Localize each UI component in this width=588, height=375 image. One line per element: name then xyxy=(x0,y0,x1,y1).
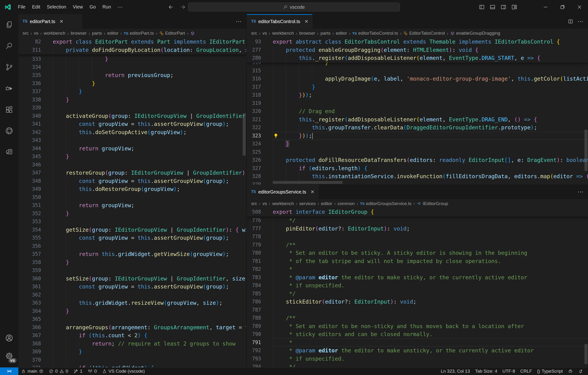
line-number[interactable]: 341 xyxy=(18,120,41,128)
tab-editorGroupsService.ts[interactable]: TS editorGroupsService.ts ✕ xyxy=(247,184,318,199)
breadcrumb-item[interactable]: IEditorGroup xyxy=(417,201,448,206)
line-number[interactable]: 778 xyxy=(247,233,261,241)
line-number[interactable]: 789 xyxy=(247,322,261,331)
status-task[interactable]: VS Code (vscode) xyxy=(99,367,147,375)
breadcrumb-item[interactable]: workbench xyxy=(272,31,294,36)
line-number[interactable]: 326 xyxy=(247,156,261,164)
code-line-342[interactable]: 342this.doSetGroupActive(groupView); xyxy=(18,128,246,137)
code-line-318[interactable]: 318})); xyxy=(247,91,588,99)
status-encoding[interactable]: UTF-8 xyxy=(500,369,518,374)
breadcrumb-item[interactable]: TSeditorPart.ts xyxy=(124,31,154,36)
line-number[interactable]: 320 xyxy=(247,107,261,116)
breadcrumb-item[interactable]: workbench xyxy=(44,31,65,36)
breadcrumb-item[interactable]: parts xyxy=(320,31,330,36)
split-right-toggle-button[interactable] xyxy=(500,4,506,10)
line-number[interactable]: 781 xyxy=(247,257,261,265)
menu-go[interactable]: Go xyxy=(86,3,99,11)
line-number[interactable]: 368 xyxy=(18,340,41,348)
menu-selection[interactable]: Selection xyxy=(43,3,70,11)
line-number[interactable]: 779 xyxy=(247,241,261,249)
code-line-333[interactable]: 333} xyxy=(18,55,246,63)
line-number[interactable]: 784 xyxy=(247,281,261,290)
remote-indicator[interactable]: >< xyxy=(0,367,18,375)
editor-content[interactable]: 333}334335return previousGroup;336}337}3… xyxy=(18,38,246,367)
breadcrumb-item[interactable]: vs xyxy=(262,31,267,36)
code-line-327[interactable]: 327if (editors.length) { xyxy=(247,164,588,172)
code-line-311[interactable]: 311private doFindGroupByLocation(locatio… xyxy=(18,46,246,54)
code-line-338[interactable]: 338} xyxy=(18,96,246,104)
code-line-364[interactable]: 364} xyxy=(18,307,246,315)
breadcrumb-item[interactable]: editor xyxy=(336,31,347,36)
breadcrumb-item[interactable]: editor xyxy=(107,31,118,36)
close-button[interactable] xyxy=(571,0,588,14)
more-actions-button[interactable]: ⋯ xyxy=(578,18,584,25)
line-number[interactable]: 335 xyxy=(18,71,41,79)
line-number[interactable]: 327 xyxy=(247,164,261,172)
line-number[interactable]: 367 xyxy=(18,332,41,340)
status-copilot[interactable] xyxy=(565,369,576,374)
line-number[interactable]: 776 xyxy=(247,216,261,225)
line-number[interactable]: 347 xyxy=(18,169,41,177)
activitybar-run-debug[interactable] xyxy=(0,78,18,99)
layout-toggle-button[interactable] xyxy=(511,4,517,10)
more-actions-button[interactable]: ⋯ xyxy=(578,189,584,195)
code-line-777[interactable]: 777pinEditor(editor?: EditorInput): void… xyxy=(247,225,588,233)
line-number[interactable]: 349 xyxy=(18,185,41,193)
line-number[interactable]: 340 xyxy=(18,112,41,120)
code-line-778[interactable]: 778 xyxy=(247,233,588,241)
code-line-783[interactable]: 783 * @param editor the editor to make s… xyxy=(247,273,588,282)
breadcrumb-item[interactable]: TSeditorGroupsService.ts xyxy=(360,201,411,206)
line-number[interactable]: 357 xyxy=(18,250,41,258)
code-line-328[interactable]: 328this.instantiationService.invokeFunct… xyxy=(247,172,588,181)
line-number[interactable]: 318 xyxy=(247,91,261,99)
line-number[interactable]: 325 xyxy=(247,148,261,156)
code-line-360[interactable]: 360setSize(group: IEditorGroupView | Gro… xyxy=(18,275,246,283)
line-number[interactable]: 371 xyxy=(18,364,41,367)
status-language[interactable]: {}TypeScript xyxy=(535,369,565,374)
line-number[interactable]: 334 xyxy=(18,63,41,71)
code-line-371[interactable]: 371if (!this.gridWidget) { xyxy=(18,364,246,367)
code-line-357[interactable]: 357return this.gridWidget.getViewSize(gr… xyxy=(18,250,246,258)
activitybar-explorer[interactable] xyxy=(0,14,18,35)
line-number[interactable]: 361 xyxy=(18,283,41,291)
code-line-321[interactable]: 321this._register(addDisposableListener(… xyxy=(247,116,588,124)
activitybar-github[interactable] xyxy=(0,120,18,141)
code-line-345[interactable]: 345} xyxy=(18,152,246,161)
code-line-317[interactable]: 317} xyxy=(247,83,588,91)
vertical-scrollbar[interactable] xyxy=(585,344,588,364)
line-number[interactable]: 792 xyxy=(247,346,261,355)
activitybar-account[interactable] xyxy=(0,329,18,347)
code-line-348[interactable]: 348const groupView = this.assertGroupVie… xyxy=(18,177,246,185)
sticky-scroll[interactable]: 508export interface IEditorGroup { xyxy=(247,208,588,216)
line-number[interactable]: 317 xyxy=(247,83,261,91)
menu-view[interactable]: View xyxy=(70,3,86,11)
line-number[interactable]: 277 xyxy=(247,46,261,54)
editor-content[interactable]: 314}315316applyDragImage(e, label, 'mona… xyxy=(247,38,588,184)
code-line-361[interactable]: 361const groupView = this.assertGroupVie… xyxy=(18,283,246,291)
code-line-791[interactable]: 791 * xyxy=(247,338,588,347)
activitybar-extensions[interactable] xyxy=(0,99,18,120)
line-number[interactable]: 337 xyxy=(18,87,41,96)
breadcrumb-item[interactable]: parts xyxy=(92,31,102,36)
code-line-793[interactable]: 793 * if unspecified. xyxy=(247,355,588,363)
code-line-325[interactable]: 325 xyxy=(247,148,588,156)
split-bottom-toggle-button[interactable] xyxy=(490,4,496,10)
breadcrumb-item[interactable]: common xyxy=(337,201,355,206)
line-number[interactable]: 343 xyxy=(18,136,41,144)
code-line-358[interactable]: 358} xyxy=(18,258,246,267)
code-line-363[interactable]: 363this.gridWidget.resizeView(groupView,… xyxy=(18,299,246,307)
code-line-319[interactable]: 319 xyxy=(247,99,588,107)
code-line-356[interactable]: 356 xyxy=(18,242,246,250)
code-line-334[interactable]: 334 xyxy=(18,63,246,71)
activitybar-settings-gear[interactable]: VS xyxy=(0,347,18,365)
line-number[interactable]: 508 xyxy=(247,208,261,216)
line-number[interactable]: 351 xyxy=(18,201,41,210)
breadcrumb-item[interactable]: EditorPart xyxy=(159,31,185,36)
breadcrumb-item[interactable]: vs xyxy=(34,31,38,36)
line-number[interactable]: 338 xyxy=(18,96,41,104)
line-number[interactable]: 788 xyxy=(247,314,261,322)
code-line-343[interactable]: 343 xyxy=(18,136,246,144)
breadcrumb-item[interactable]: EditorTabsControl xyxy=(403,31,445,36)
code-line-277[interactable]: 277protected enableGroupDragging(element… xyxy=(247,46,588,54)
close-tab-icon[interactable]: ✕ xyxy=(59,19,63,24)
